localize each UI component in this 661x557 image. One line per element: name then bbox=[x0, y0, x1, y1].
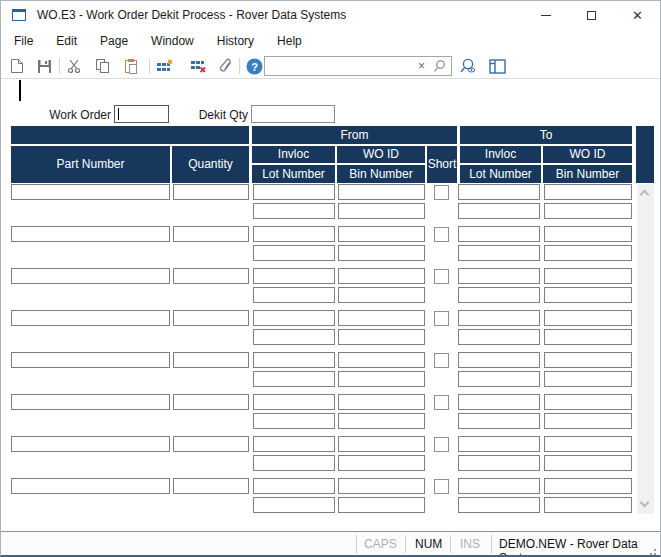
short-checkbox[interactable] bbox=[434, 437, 449, 452]
vertical-scrollbar[interactable] bbox=[637, 184, 654, 514]
cell-to-wo-id-input[interactable] bbox=[544, 394, 632, 410]
cell-from-lot-number-input[interactable] bbox=[253, 203, 335, 219]
cell-from-bin-number-input[interactable] bbox=[338, 497, 425, 513]
minimize-button[interactable] bbox=[523, 1, 568, 29]
cell-from-bin-number-input[interactable] bbox=[338, 245, 425, 261]
cell-from-lot-number-input[interactable] bbox=[253, 497, 335, 513]
close-button[interactable]: ✕ bbox=[615, 1, 660, 29]
cell-to-invloc-input[interactable] bbox=[458, 268, 540, 284]
cell-to-bin-number-input[interactable] bbox=[544, 329, 632, 345]
cell-from-wo-id-input[interactable] bbox=[338, 310, 425, 326]
cell-part-number-input[interactable] bbox=[11, 184, 170, 200]
save-icon[interactable] bbox=[35, 57, 53, 75]
menu-window[interactable]: Window bbox=[142, 30, 203, 52]
cell-to-wo-id-input[interactable] bbox=[544, 310, 632, 326]
cell-from-invloc-input[interactable] bbox=[253, 310, 335, 326]
cut-icon[interactable] bbox=[65, 57, 83, 75]
copy-icon[interactable] bbox=[93, 57, 111, 75]
cell-to-lot-number-input[interactable] bbox=[458, 497, 540, 513]
cell-from-bin-number-input[interactable] bbox=[338, 329, 425, 345]
scroll-up-icon[interactable] bbox=[641, 189, 649, 197]
cell-quantity-input[interactable] bbox=[173, 310, 249, 326]
cell-from-invloc-input[interactable] bbox=[253, 184, 335, 200]
cell-from-invloc-input[interactable] bbox=[253, 268, 335, 284]
cell-part-number-input[interactable] bbox=[11, 268, 170, 284]
paste-icon[interactable] bbox=[122, 57, 140, 75]
cell-to-wo-id-input[interactable] bbox=[544, 226, 632, 242]
cell-to-lot-number-input[interactable] bbox=[458, 329, 540, 345]
cell-to-bin-number-input[interactable] bbox=[544, 413, 632, 429]
cell-quantity-input[interactable] bbox=[173, 352, 249, 368]
cell-to-bin-number-input[interactable] bbox=[544, 371, 632, 387]
cell-quantity-input[interactable] bbox=[173, 478, 249, 494]
short-checkbox[interactable] bbox=[434, 227, 449, 242]
short-checkbox[interactable] bbox=[434, 353, 449, 368]
cell-part-number-input[interactable] bbox=[11, 310, 170, 326]
new-icon[interactable] bbox=[8, 57, 26, 75]
cell-to-invloc-input[interactable] bbox=[458, 352, 540, 368]
cell-to-invloc-input[interactable] bbox=[458, 394, 540, 410]
cell-to-lot-number-input[interactable] bbox=[458, 371, 540, 387]
cell-from-bin-number-input[interactable] bbox=[338, 455, 425, 471]
cell-to-lot-number-input[interactable] bbox=[458, 413, 540, 429]
search-clear-icon[interactable]: × bbox=[418, 59, 425, 73]
cell-to-lot-number-input[interactable] bbox=[458, 203, 540, 219]
cell-from-invloc-input[interactable] bbox=[253, 478, 335, 494]
cell-to-lot-number-input[interactable] bbox=[458, 455, 540, 471]
cell-from-lot-number-input[interactable] bbox=[253, 371, 335, 387]
attachment-icon[interactable] bbox=[217, 57, 235, 75]
cell-from-wo-id-input[interactable] bbox=[338, 352, 425, 368]
menu-page[interactable]: Page bbox=[91, 30, 137, 52]
cell-from-invloc-input[interactable] bbox=[253, 394, 335, 410]
cell-to-wo-id-input[interactable] bbox=[544, 436, 632, 452]
maximize-button[interactable] bbox=[569, 1, 614, 29]
cell-from-lot-number-input[interactable] bbox=[253, 245, 335, 261]
cell-from-bin-number-input[interactable] bbox=[338, 287, 425, 303]
cell-from-lot-number-input[interactable] bbox=[253, 455, 335, 471]
short-checkbox[interactable] bbox=[434, 311, 449, 326]
cell-part-number-input[interactable] bbox=[11, 478, 170, 494]
cell-from-invloc-input[interactable] bbox=[253, 226, 335, 242]
cell-from-bin-number-input[interactable] bbox=[338, 203, 425, 219]
cell-to-wo-id-input[interactable] bbox=[544, 478, 632, 494]
short-checkbox[interactable] bbox=[434, 185, 449, 200]
cell-from-wo-id-input[interactable] bbox=[338, 184, 425, 200]
cell-to-invloc-input[interactable] bbox=[458, 310, 540, 326]
cell-to-invloc-input[interactable] bbox=[458, 184, 540, 200]
cell-from-bin-number-input[interactable] bbox=[338, 413, 425, 429]
short-checkbox[interactable] bbox=[434, 395, 449, 410]
cell-to-bin-number-input[interactable] bbox=[544, 287, 632, 303]
cell-quantity-input[interactable] bbox=[173, 394, 249, 410]
cell-from-lot-number-input[interactable] bbox=[253, 413, 335, 429]
menu-history[interactable]: History bbox=[208, 30, 263, 52]
cell-to-invloc-input[interactable] bbox=[458, 436, 540, 452]
cell-part-number-input[interactable] bbox=[11, 436, 170, 452]
cell-to-bin-number-input[interactable] bbox=[544, 455, 632, 471]
cell-to-bin-number-input[interactable] bbox=[544, 245, 632, 261]
cell-to-lot-number-input[interactable] bbox=[458, 287, 540, 303]
cell-quantity-input[interactable] bbox=[173, 184, 249, 200]
short-checkbox[interactable] bbox=[434, 479, 449, 494]
cell-from-wo-id-input[interactable] bbox=[338, 268, 425, 284]
cell-to-bin-number-input[interactable] bbox=[544, 497, 632, 513]
cell-part-number-input[interactable] bbox=[11, 394, 170, 410]
advanced-search-icon[interactable] bbox=[459, 57, 477, 75]
cell-to-bin-number-input[interactable] bbox=[544, 203, 632, 219]
menu-help[interactable]: Help bbox=[268, 30, 311, 52]
cell-from-invloc-input[interactable] bbox=[253, 436, 335, 452]
dekit-qty-input[interactable] bbox=[251, 105, 335, 123]
menu-edit[interactable]: Edit bbox=[47, 30, 86, 52]
cell-from-wo-id-input[interactable] bbox=[338, 226, 425, 242]
cell-from-lot-number-input[interactable] bbox=[253, 329, 335, 345]
cell-to-lot-number-input[interactable] bbox=[458, 245, 540, 261]
short-checkbox[interactable] bbox=[434, 269, 449, 284]
help-icon[interactable]: ? bbox=[245, 57, 263, 75]
cell-part-number-input[interactable] bbox=[11, 352, 170, 368]
cell-to-invloc-input[interactable] bbox=[458, 478, 540, 494]
insert-row-icon[interactable] bbox=[155, 57, 173, 75]
cell-part-number-input[interactable] bbox=[11, 226, 170, 242]
cell-from-wo-id-input[interactable] bbox=[338, 436, 425, 452]
cell-to-wo-id-input[interactable] bbox=[544, 184, 632, 200]
cell-from-wo-id-input[interactable] bbox=[338, 478, 425, 494]
cell-quantity-input[interactable] bbox=[173, 226, 249, 242]
